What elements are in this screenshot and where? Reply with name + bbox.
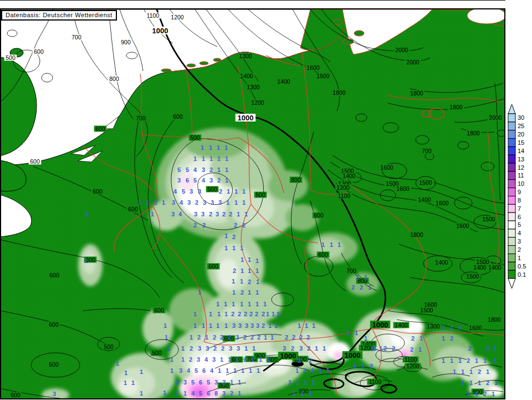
snow-amount-value: 2 [250,334,254,341]
snow-amount-value: 1 [346,330,350,336]
contour-label: 600 [95,125,105,132]
snow-amount-value: 1 [311,367,314,374]
snow-amount-value: 1 [418,346,422,353]
snow-amount-value: 2 [467,357,470,364]
snow-amount-value: 2 [383,345,387,352]
legend-value-label: 8 [518,197,521,204]
snow-amount-value: 1 [84,257,88,264]
snow-amount-value: 3 [212,356,216,363]
snow-amount-value: 2 [221,345,224,352]
legend-color-swatch [508,221,515,229]
contour-label: 500 [49,361,59,368]
snow-amount-value: 1 [217,166,221,173]
snow-amount-value: 1 [252,345,255,352]
snow-amount-value: 5 [177,166,181,173]
legend-value-label: 0.1 [518,271,526,278]
snow-amount-value: 1 [237,211,240,217]
snow-amount-value: 1 [217,311,221,317]
snow-amount-value: 1 [242,188,245,195]
legend-value-label: 0.5 [518,263,526,270]
snow-amount-value: 1 [321,241,325,248]
snow-amount-value: 1 [296,379,299,386]
snow-amount-value: 1 [217,155,221,162]
snow-amount-value: 2 [213,345,217,352]
snow-amount-value: 2 [248,279,251,285]
snow-amount-value: 2 [299,334,303,341]
snow-amount-value: 6 [207,390,210,397]
contour-label: 1400 [277,78,290,85]
snow-amount-value: 1 [312,322,315,329]
snow-amount-value: 2 [222,379,226,386]
snow-amount-value: 1 [244,211,248,217]
snow-amount-value: 2 [193,222,197,229]
snow-amount-value: 1 [263,301,267,307]
snow-amount-value: 1 [361,363,365,369]
snow-amount-value: 2 [483,391,487,397]
contour-label: 1200 [251,99,264,106]
legend-color-swatch [508,212,515,221]
snow-amount-value: 1 [209,155,213,162]
contour-label: 700 [136,115,146,121]
snow-amount-value: 1 [232,245,236,251]
contour-label: 500 [6,54,16,61]
snow-amount-value: 1 [241,267,244,274]
contour-label: 1500 [466,273,479,280]
snow-amount-value: 8 [214,390,218,397]
contour-label: 1600 [469,325,482,331]
snow-amount-value: 2 [233,267,236,274]
island [334,19,342,25]
snow-amount-value: 1 [193,311,197,317]
legend-color-swatch [508,229,515,237]
contour-label: 1300 [427,323,440,330]
legend-value-label: 4 [518,230,521,236]
snow-amount-value: 1 [458,357,462,364]
snow-amount-value: 2 [307,345,310,352]
contour-label: 1100 [338,193,351,199]
snow-amount-value: 1 [248,301,251,307]
legend-value-label: 9 [518,189,521,195]
island [354,31,364,36]
snow-amount-value: 1 [163,389,166,396]
snow-amount-value: 2 [486,345,489,352]
snow-amount-value: 2 [202,222,206,229]
snow-amount-value: 2 [219,188,222,195]
legend-value-label: 30 [518,114,524,121]
snow-amount-value: 1 [288,379,291,386]
contour-label: 600 [128,206,138,212]
snow-amount-value: 5 [193,177,197,184]
snow-amount-value: 1 [420,335,423,342]
snow-amount-value: 1 [292,390,295,397]
snow-amount-value: 2 [189,356,192,363]
snow-amount-value: 2 [486,379,489,386]
snow-amount-value: 1 [492,391,495,397]
snow-amount-value: 3 [232,322,236,329]
snow-amount-value: 5 [191,379,195,386]
contour-label: 800 [109,75,119,82]
legend-value-label: 10 [518,180,524,187]
snow-amount-value: 1 [226,367,229,374]
snow-amount-value: 1 [298,322,301,329]
contour-label: 2000 [395,47,408,53]
snow-amount-value: 2 [231,311,234,317]
snow-amount-value: 1 [234,199,238,206]
snow-amount-value: 1 [183,390,187,397]
snow-amount-value: 1 [170,367,173,374]
contour-label: 1300 [247,84,260,90]
snow-amount-value: 2 [209,166,213,173]
snow-amount-value: 1 [236,356,239,363]
snow-amount-value: 2 [309,357,312,364]
legend-value-label: 12 [518,164,524,171]
contour-label: 1400 [488,264,502,271]
snow-amount-value: 3 [236,334,239,341]
snow-amount-value: 2 [411,335,415,342]
snow-amount-value: 1 [198,289,201,296]
snow-amount-value: 1 [337,241,341,248]
snow-amount-value: 1 [165,334,168,341]
snow-amount-value: 1 [209,322,212,329]
contour-label: 1200 [336,184,350,191]
contour-label: 600 [30,158,40,165]
snow-amount-value: 1 [224,245,228,251]
snow-amount-value: 1 [270,334,274,341]
snow-amount-value: 5 [207,379,210,386]
snow-amount-value: 4 [193,166,197,173]
